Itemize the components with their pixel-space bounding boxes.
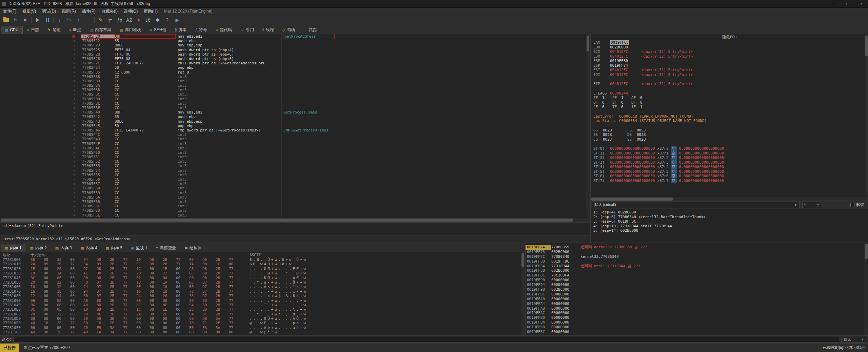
- tab-watch1[interactable]: ◉监视 1: [127, 244, 152, 252]
- row-marker-icon[interactable]: [74, 54, 75, 55]
- disasm-row[interactable]: 77085F5CCCint3: [0, 204, 586, 208]
- row-marker-icon[interactable]: [74, 121, 75, 122]
- disasm-row[interactable]: 77085F56CCint3: [0, 177, 586, 182]
- disasm-row[interactable]: 77085F54CCint3: [0, 168, 586, 173]
- row-marker-icon[interactable]: [74, 152, 75, 153]
- register-row[interactable]: ESI004012FC<daxxor(32).EntryPoint>: [591, 68, 868, 73]
- dump-row[interactable]: 772B106010001200C4D72B770E001000B0D72B77…: [0, 285, 520, 289]
- fpu-register-row[interactable]: ST(1)00000000000000000000x87r1空0.0000000…: [591, 151, 868, 156]
- register-row[interactable]: EAX0019FFCC: [591, 40, 868, 45]
- disasm-row[interactable]: 77085F53CCint3: [0, 164, 586, 168]
- menu-item[interactable]: 插件(P): [79, 8, 99, 15]
- disasm-row[interactable]: 77085F4DCCint3: [0, 137, 586, 141]
- step-out-icon[interactable]: ↑: [74, 16, 83, 24]
- disasm-row[interactable]: 77085F51CCint3: [0, 155, 586, 159]
- disasm-row[interactable]: 77085F3ACCint3: [0, 83, 586, 88]
- fpu-register-row[interactable]: ST(2)00000000000000000000x87r2空0.0000000…: [591, 156, 868, 160]
- unlock-checkbox[interactable]: [850, 203, 854, 207]
- minimize-button[interactable]: —: [827, 0, 841, 7]
- row-marker-icon[interactable]: [74, 125, 75, 126]
- tab-trace[interactable]: …跟踪: [299, 26, 321, 34]
- disasm-row[interactable]: 77085F3BCCint3: [0, 88, 586, 92]
- row-marker-icon[interactable]: [74, 85, 75, 86]
- disassembly-vertical-scrollbar[interactable]: [586, 34, 590, 218]
- disasm-row[interactable]: 77085F438BECmov ebp,esp: [0, 119, 586, 124]
- row-marker-icon[interactable]: [74, 80, 75, 82]
- row-marker-icon[interactable]: [74, 58, 75, 59]
- flags-row[interactable]: CF0TF0IF1: [591, 105, 868, 109]
- stack-row[interactable]: 0019FFBC00000000: [526, 330, 864, 334]
- flags-row[interactable]: ZF1PF1AF0: [591, 96, 868, 100]
- fpu-register-row[interactable]: ST(7)00000000000000000000x87r7空0.0000000…: [591, 179, 868, 183]
- fpu-register-row[interactable]: ST(6)00000000000000000000x87r6空0.0000000…: [591, 174, 868, 179]
- stack-row[interactable]: 0019FF7C77086340kernel32.77086340: [526, 254, 864, 259]
- row-marker-icon[interactable]: [74, 49, 75, 50]
- patch-icon[interactable]: ✎: [96, 16, 105, 24]
- tab-breakpoints[interactable]: ●断点: [65, 26, 85, 34]
- dump-vertical-scrollbar[interactable]: [520, 252, 525, 335]
- favourites-icon[interactable]: ★: [134, 16, 143, 24]
- settings-icon[interactable]: ✱: [153, 16, 162, 24]
- disasm-row[interactable]: 77085F50CCint3: [0, 150, 586, 155]
- tab-notes[interactable]: ✎笔记: [43, 26, 64, 34]
- last-error-row[interactable]: LastError000000CB (ERROR_ENVVAR_NOT_FOUN…: [591, 114, 868, 119]
- stack-row[interactable]: 0019FF78002BC000: [526, 250, 864, 254]
- stack-row[interactable]: 0019FF9C00000000: [526, 292, 864, 297]
- disasm-row[interactable]: 77085F4ECCint3: [0, 142, 586, 146]
- tab-dump2[interactable]: ▦内存 2: [26, 244, 51, 252]
- disassembly-horizontal-scrollbar[interactable]: [0, 218, 590, 222]
- disasm-row[interactable]: 77085F208BFFmov edi,ediGetProcAddress: [0, 34, 586, 39]
- row-marker-icon[interactable]: [74, 214, 75, 216]
- disasm-row[interactable]: 77085F3FCCint3: [0, 106, 586, 110]
- stop-icon[interactable]: ■: [20, 16, 30, 24]
- run-to-cursor-icon[interactable]: →: [83, 16, 93, 24]
- disasm-row[interactable]: 77085F3ECCint3: [0, 101, 586, 106]
- dump-row[interactable]: 772B10C020002200908C2B772A002C00648C2B77…: [0, 312, 520, 316]
- tab-script[interactable]: §脚本: [171, 26, 191, 34]
- disasm-row[interactable]: 77085F2EFF15 240C0F77call dword ptr ds:[…: [0, 61, 586, 65]
- breakpoint-icon[interactable]: [72, 35, 75, 38]
- dump-row[interactable]: 772B10003600380094D92B7710D92B7760D92B77…: [0, 257, 520, 262]
- register-row[interactable]: EBX002BC000: [591, 45, 868, 50]
- stack-row[interactable]: 0019FF9000000000: [526, 278, 864, 283]
- calling-convention-select[interactable]: 默认 (stdcall) ▼: [592, 202, 800, 208]
- language-icon[interactable]: 汉: [143, 16, 153, 24]
- menu-item[interactable]: 视图(V): [19, 8, 39, 15]
- stack-row[interactable]: 0019FF8C78C100FA: [526, 273, 864, 278]
- compare-icon[interactable]: ⇄: [105, 16, 115, 24]
- row-marker-icon[interactable]: [74, 179, 75, 180]
- scrollbar-thumb[interactable]: [591, 198, 673, 201]
- row-marker-icon[interactable]: [74, 157, 75, 158]
- argument-row[interactable]: 1: [esp+4] 002BC000: [591, 210, 868, 215]
- tab-dump3[interactable]: ▦内存 3: [51, 244, 76, 252]
- stack-row[interactable]: 0019FFA000000000: [526, 297, 864, 302]
- fpu-register-row[interactable]: ST(4)00000000000000000000x87r4空0.0000000…: [591, 165, 868, 169]
- last-status-row[interactable]: LastStatusC0000034 (STATUS_OBJECT_NAME_N…: [591, 119, 868, 123]
- disasm-row[interactable]: 77085F408BFFmov edi,ediGetProcessTimes: [0, 110, 586, 115]
- row-marker-icon[interactable]: [74, 107, 75, 109]
- disasm-row[interactable]: 77085F4FCCint3: [0, 146, 586, 150]
- tab-symbols[interactable]: ƒ符号: [191, 26, 211, 34]
- row-marker-icon[interactable]: [74, 210, 75, 211]
- row-marker-icon[interactable]: [74, 40, 75, 42]
- dump-row[interactable]: 772B109006000800A08D2B7706000800808D2B77…: [0, 298, 520, 303]
- step-over-icon[interactable]: ↷: [64, 16, 74, 24]
- disasm-row[interactable]: 77085F455Dpop ebp: [0, 124, 586, 128]
- scrollbar-thumb[interactable]: [865, 36, 868, 56]
- tab-threads[interactable]: ‖线程: [258, 26, 278, 34]
- disasm-row[interactable]: 77085F55CCint3: [0, 173, 586, 177]
- dump-row[interactable]: 772B103018001A00ACD82B77200022008CD82B77…: [0, 271, 520, 275]
- row-marker-icon[interactable]: [74, 143, 75, 144]
- row-marker-icon[interactable]: [74, 98, 75, 100]
- row-marker-icon[interactable]: [74, 112, 75, 113]
- eflags-row[interactable]: EFLAGS00000244: [591, 91, 868, 96]
- row-marker-icon[interactable]: [74, 76, 75, 77]
- tab-cpu[interactable]: ▦CPU: [1, 26, 23, 34]
- stack-row[interactable]: 0019FFAC00000000: [526, 311, 864, 315]
- dump-row[interactable]: 772B110040982E7740EA3A770000000000000000…: [0, 330, 520, 334]
- row-marker-icon[interactable]: [74, 147, 75, 149]
- register-row[interactable]: ESP0019FF74: [591, 63, 868, 68]
- tab-seh[interactable]: ∞SEH链: [145, 26, 171, 34]
- disasm-row[interactable]: 77085F52CCint3: [0, 159, 586, 164]
- stack-row[interactable]: 0019FF800019FFDC: [526, 259, 864, 264]
